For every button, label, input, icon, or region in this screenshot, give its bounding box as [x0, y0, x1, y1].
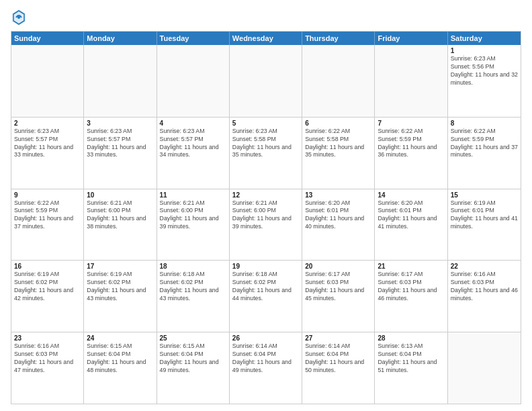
cell-info: Sunrise: 6:14 AM Sunset: 6:04 PM Dayligh…	[232, 342, 299, 375]
calendar-header: SundayMondayTuesdayWednesdayThursdayFrid…	[11, 32, 521, 45]
day-number: 16	[14, 263, 81, 270]
day-number: 15	[451, 191, 518, 199]
calendar-cell	[157, 45, 230, 117]
cell-info: Sunrise: 6:15 AM Sunset: 6:04 PM Dayligh…	[87, 342, 153, 375]
day-number: 24	[87, 334, 153, 342]
cell-info: Sunrise: 6:23 AM Sunset: 5:58 PM Dayligh…	[232, 128, 299, 160]
day-number: 21	[378, 263, 444, 270]
cell-info: Sunrise: 6:22 AM Sunset: 5:59 PM Dayligh…	[451, 128, 518, 160]
day-number: 7	[378, 120, 444, 127]
day-number: 10	[87, 191, 153, 199]
calendar-cell: 1Sunrise: 6:23 AM Sunset: 5:56 PM Daylig…	[448, 45, 521, 117]
cell-info: Sunrise: 6:20 AM Sunset: 6:01 PM Dayligh…	[378, 199, 444, 232]
day-number: 27	[305, 334, 371, 342]
calendar-row-4: 16Sunrise: 6:19 AM Sunset: 6:02 PM Dayli…	[11, 260, 521, 332]
day-number: 6	[305, 120, 371, 127]
cell-info: Sunrise: 6:16 AM Sunset: 6:03 PM Dayligh…	[451, 271, 518, 303]
cell-info: Sunrise: 6:21 AM Sunset: 6:00 PM Dayligh…	[232, 199, 299, 232]
day-number: 5	[232, 120, 299, 127]
calendar-cell	[302, 45, 375, 117]
cell-info: Sunrise: 6:19 AM Sunset: 6:02 PM Dayligh…	[14, 271, 81, 303]
svg-point-2	[17, 16, 20, 19]
calendar-cell: 12Sunrise: 6:21 AM Sunset: 6:00 PM Dayli…	[230, 189, 302, 261]
calendar-cell: 14Sunrise: 6:20 AM Sunset: 6:01 PM Dayli…	[375, 189, 447, 261]
calendar-row-2: 2Sunrise: 6:23 AM Sunset: 5:57 PM Daylig…	[11, 117, 521, 189]
day-number: 9	[14, 191, 81, 199]
cell-info: Sunrise: 6:23 AM Sunset: 5:57 PM Dayligh…	[14, 128, 81, 160]
calendar-body: 1Sunrise: 6:23 AM Sunset: 5:56 PM Daylig…	[11, 45, 521, 404]
logo-icon	[11, 8, 27, 27]
calendar-cell	[84, 45, 157, 117]
calendar-cell: 21Sunrise: 6:17 AM Sunset: 6:03 PM Dayli…	[375, 261, 447, 332]
day-number: 22	[451, 263, 518, 270]
day-number: 12	[232, 191, 299, 199]
cell-info: Sunrise: 6:23 AM Sunset: 5:56 PM Dayligh…	[451, 55, 518, 87]
cell-info: Sunrise: 6:17 AM Sunset: 6:03 PM Dayligh…	[378, 271, 444, 303]
calendar-cell: 13Sunrise: 6:20 AM Sunset: 6:01 PM Dayli…	[302, 189, 375, 261]
calendar-cell: 17Sunrise: 6:19 AM Sunset: 6:02 PM Dayli…	[84, 261, 157, 332]
cell-info: Sunrise: 6:18 AM Sunset: 6:02 PM Dayligh…	[232, 271, 299, 303]
cell-info: Sunrise: 6:22 AM Sunset: 5:59 PM Dayligh…	[14, 199, 81, 232]
day-number: 23	[14, 334, 81, 342]
day-header-saturday: Saturday	[448, 32, 521, 45]
header	[11, 8, 521, 27]
day-number: 2	[14, 120, 81, 127]
day-number: 17	[87, 263, 153, 270]
cell-info: Sunrise: 6:22 AM Sunset: 5:58 PM Dayligh…	[305, 128, 371, 160]
cell-info: Sunrise: 6:19 AM Sunset: 6:02 PM Dayligh…	[87, 271, 153, 303]
calendar-cell: 28Sunrise: 6:13 AM Sunset: 6:04 PM Dayli…	[375, 332, 447, 404]
day-header-monday: Monday	[84, 32, 157, 45]
cell-info: Sunrise: 6:16 AM Sunset: 6:03 PM Dayligh…	[14, 342, 81, 375]
cell-info: Sunrise: 6:21 AM Sunset: 6:00 PM Dayligh…	[87, 199, 153, 232]
cell-info: Sunrise: 6:13 AM Sunset: 6:04 PM Dayligh…	[378, 342, 444, 375]
cell-info: Sunrise: 6:14 AM Sunset: 6:04 PM Dayligh…	[305, 342, 371, 375]
calendar: SundayMondayTuesdayWednesdayThursdayFrid…	[11, 31, 521, 404]
day-number: 3	[87, 120, 153, 127]
calendar-cell: 10Sunrise: 6:21 AM Sunset: 6:00 PM Dayli…	[84, 189, 157, 261]
day-number: 26	[232, 334, 299, 342]
cell-info: Sunrise: 6:18 AM Sunset: 6:02 PM Dayligh…	[160, 271, 226, 303]
calendar-cell: 26Sunrise: 6:14 AM Sunset: 6:04 PM Dayli…	[230, 332, 302, 404]
cell-info: Sunrise: 6:23 AM Sunset: 5:57 PM Dayligh…	[87, 128, 153, 160]
calendar-cell: 9Sunrise: 6:22 AM Sunset: 5:59 PM Daylig…	[11, 189, 84, 261]
calendar-cell: 19Sunrise: 6:18 AM Sunset: 6:02 PM Dayli…	[230, 261, 302, 332]
calendar-cell: 27Sunrise: 6:14 AM Sunset: 6:04 PM Dayli…	[302, 332, 375, 404]
day-header-tuesday: Tuesday	[157, 32, 230, 45]
calendar-cell: 18Sunrise: 6:18 AM Sunset: 6:02 PM Dayli…	[157, 261, 230, 332]
calendar-cell: 4Sunrise: 6:23 AM Sunset: 5:57 PM Daylig…	[157, 118, 230, 189]
calendar-row-5: 23Sunrise: 6:16 AM Sunset: 6:03 PM Dayli…	[11, 332, 521, 404]
day-number: 18	[160, 263, 226, 270]
calendar-cell	[375, 45, 447, 117]
calendar-cell: 6Sunrise: 6:22 AM Sunset: 5:58 PM Daylig…	[302, 118, 375, 189]
cell-info: Sunrise: 6:15 AM Sunset: 6:04 PM Dayligh…	[160, 342, 226, 375]
day-number: 14	[378, 191, 444, 199]
calendar-cell: 23Sunrise: 6:16 AM Sunset: 6:03 PM Dayli…	[11, 332, 84, 404]
day-header-thursday: Thursday	[302, 32, 375, 45]
page: SundayMondayTuesdayWednesdayThursdayFrid…	[0, 0, 532, 411]
day-number: 25	[160, 334, 226, 342]
calendar-cell	[11, 45, 84, 117]
cell-info: Sunrise: 6:17 AM Sunset: 6:03 PM Dayligh…	[305, 271, 371, 303]
calendar-row-3: 9Sunrise: 6:22 AM Sunset: 5:59 PM Daylig…	[11, 189, 521, 261]
calendar-cell: 2Sunrise: 6:23 AM Sunset: 5:57 PM Daylig…	[11, 118, 84, 189]
cell-info: Sunrise: 6:23 AM Sunset: 5:57 PM Dayligh…	[160, 128, 226, 160]
day-header-sunday: Sunday	[11, 32, 84, 45]
day-number: 11	[160, 191, 226, 199]
day-header-friday: Friday	[375, 32, 447, 45]
cell-info: Sunrise: 6:20 AM Sunset: 6:01 PM Dayligh…	[305, 199, 371, 232]
calendar-cell: 15Sunrise: 6:19 AM Sunset: 6:01 PM Dayli…	[448, 189, 521, 261]
calendar-cell: 25Sunrise: 6:15 AM Sunset: 6:04 PM Dayli…	[157, 332, 230, 404]
calendar-row-1: 1Sunrise: 6:23 AM Sunset: 5:56 PM Daylig…	[11, 45, 521, 117]
day-header-wednesday: Wednesday	[230, 32, 302, 45]
day-number: 4	[160, 120, 226, 127]
calendar-cell: 20Sunrise: 6:17 AM Sunset: 6:03 PM Dayli…	[302, 261, 375, 332]
calendar-cell: 11Sunrise: 6:21 AM Sunset: 6:00 PM Dayli…	[157, 189, 230, 261]
calendar-cell: 22Sunrise: 6:16 AM Sunset: 6:03 PM Dayli…	[448, 261, 521, 332]
calendar-cell: 8Sunrise: 6:22 AM Sunset: 5:59 PM Daylig…	[448, 118, 521, 189]
calendar-cell: 7Sunrise: 6:22 AM Sunset: 5:59 PM Daylig…	[375, 118, 447, 189]
cell-info: Sunrise: 6:19 AM Sunset: 6:01 PM Dayligh…	[451, 199, 518, 232]
calendar-cell: 24Sunrise: 6:15 AM Sunset: 6:04 PM Dayli…	[84, 332, 157, 404]
cell-info: Sunrise: 6:21 AM Sunset: 6:00 PM Dayligh…	[160, 199, 226, 232]
day-number: 28	[378, 334, 444, 342]
day-number: 1	[451, 47, 518, 54]
